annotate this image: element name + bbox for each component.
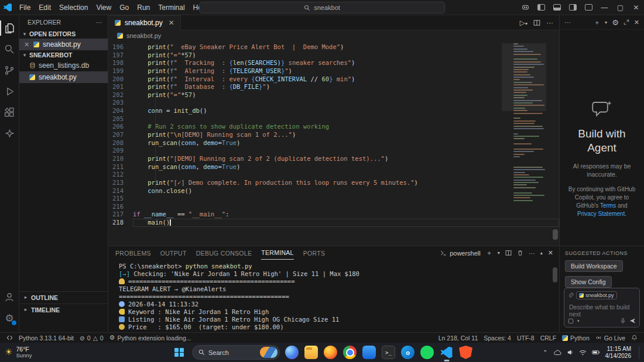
command-center-search[interactable]: sneakbot — [199, 2, 445, 13]
code-line[interactable]: 210 print("[DEMO] Running scan 2 of 2 (d… — [108, 155, 559, 163]
code-line[interactable]: 204 conn = init_db() — [108, 107, 559, 115]
taskbar-search[interactable]: Search — [192, 345, 280, 360]
account-icon[interactable] — [0, 287, 19, 308]
privacy-link[interactable]: Privacy Statement — [577, 211, 625, 217]
tray-chevron-up-icon[interactable]: ⌃ — [543, 349, 547, 356]
chat-mode-selector[interactable] — [568, 318, 574, 324]
split-editor-icon[interactable] — [533, 19, 540, 26]
code-line[interactable]: 209 — [108, 147, 559, 155]
customize-layout-icon[interactable] — [581, 0, 597, 15]
remote-indicator[interactable] — [4, 335, 16, 341]
copilot-titlebar-icon[interactable] — [518, 0, 533, 15]
code-line[interactable]: 203 — [108, 99, 559, 107]
menu-selection[interactable]: Selection — [55, 2, 92, 13]
weather-widget[interactable]: ☀ 76°FSunny — [5, 346, 32, 359]
terminal-scrollbar[interactable] — [553, 267, 557, 282]
volume-icon[interactable] — [567, 349, 574, 356]
eol-status[interactable]: CRLF — [537, 335, 559, 342]
go-live-button[interactable]: Go Live — [592, 335, 628, 342]
menu-edit[interactable]: Edit — [35, 2, 55, 13]
python-interpreter-status[interactable]: Python 3.13.1 64-bit — [16, 335, 77, 342]
code-line[interactable]: 200 print(f" Interval : every {CHECK_INT… — [108, 75, 559, 84]
onedrive-cloud-icon[interactable] — [553, 350, 561, 356]
chat-dropdown-icon[interactable]: ▾ — [605, 20, 607, 25]
menu-view[interactable]: View — [92, 2, 115, 13]
panel-tab-output[interactable]: OUTPUT — [160, 246, 187, 260]
notifications-bell-icon[interactable] — [628, 335, 640, 341]
code-line[interactable]: 211 run_scan(conn, demo=True) — [108, 163, 559, 171]
search-icon[interactable] — [0, 39, 19, 60]
code-line[interactable]: 216 — [108, 203, 559, 211]
tab-close-icon[interactable]: ✕ — [169, 19, 174, 27]
chrome-taskbar-icon[interactable] — [343, 346, 357, 359]
editor-scrollbar[interactable] — [553, 229, 558, 240]
new-chat-icon[interactable]: ＋ — [594, 18, 600, 27]
toggle-sidebar-icon[interactable] — [533, 0, 549, 15]
terms-link[interactable]: Terms — [600, 202, 616, 209]
close-button[interactable]: ✕ — [628, 0, 644, 15]
maximize-button[interactable]: ▢ — [612, 0, 628, 15]
panel-maximize-icon[interactable]: ▴ — [540, 250, 543, 256]
suggested-show-config-button[interactable]: Show Config — [565, 276, 612, 288]
encoding-status[interactable]: UTF-8 — [514, 335, 537, 342]
run-python-file-icon[interactable]: ▷▾ — [520, 19, 527, 27]
kill-terminal-icon[interactable] — [517, 250, 523, 256]
new-terminal-icon[interactable]: ＋ — [486, 249, 492, 257]
wifi-icon[interactable] — [579, 350, 587, 356]
file-item-seen_listings.db[interactable]: seen_listings.db — [19, 60, 108, 71]
show-desktop-button[interactable] — [639, 346, 640, 359]
code-line[interactable]: 201 print(f" Database : {DB_FILE}") — [108, 83, 559, 91]
chat-maximize-icon[interactable] — [624, 19, 629, 25]
chevron-down-icon[interactable]: ▾ — [577, 319, 580, 323]
shell-indicator[interactable]: powershell — [440, 250, 481, 257]
toggle-secondary-sidebar-icon[interactable] — [565, 0, 581, 15]
firefox-taskbar-icon[interactable] — [324, 346, 337, 359]
mic-icon[interactable] — [620, 318, 626, 324]
minimap-slider[interactable] — [502, 43, 546, 111]
split-terminal-icon[interactable] — [505, 250, 512, 256]
current-file-chip[interactable]: sneakbot.py — [576, 291, 617, 299]
tab-sneakbot[interactable]: sneakbot.py ✕ — [108, 15, 181, 30]
attach-context-icon[interactable] — [568, 292, 574, 298]
open-editors-header[interactable]: ▾OPEN EDITORS — [19, 29, 108, 39]
code-line[interactable]: 212 — [108, 171, 559, 179]
language-mode-status[interactable]: Python — [559, 335, 592, 342]
code-line[interactable]: 214 conn.close() — [108, 187, 559, 195]
code-line[interactable]: 206 # Run 2 scans to show duplicate dete… — [108, 123, 559, 131]
folder-header[interactable]: ▾SNEAKERBOT — [19, 50, 108, 60]
chat-more-icon[interactable]: ··· — [564, 19, 571, 26]
taskbar-clock[interactable]: 11:15 AM 4/14/2026 — [605, 346, 632, 360]
panel-tab-terminal[interactable]: TERMINAL — [261, 246, 294, 260]
minimap[interactable] — [513, 43, 551, 244]
panel-tab-problems[interactable]: PROBLEMS — [115, 246, 151, 260]
code-editor[interactable]: 196 print(" eBay Sneaker Price Alert Bot… — [108, 40, 559, 246]
vscode-taskbar-icon[interactable] — [440, 346, 453, 359]
spotify-taskbar-icon[interactable] — [420, 346, 434, 359]
panel-close-icon[interactable]: ✕ — [548, 249, 553, 257]
send-icon[interactable] — [629, 318, 636, 324]
code-line[interactable]: 213 print("[✓] Demo complete. In product… — [108, 179, 559, 187]
toggle-panel-icon[interactable] — [549, 0, 565, 15]
panel-tab-debug-console[interactable]: DEBUG CONSOLE — [196, 246, 252, 260]
file-item-sneakbot.py[interactable]: sneakbot.py — [19, 71, 108, 83]
terminal-dropdown-icon[interactable]: ▾ — [498, 250, 500, 256]
breadcrumb[interactable]: sneakbot.py — [108, 30, 559, 40]
terminal-output[interactable]: PS C:\sneakerbot> python sneakbot.py[→] … — [108, 260, 559, 331]
outline-header[interactable]: ▸OUTLINE — [19, 291, 108, 304]
minimize-button[interactable]: — — [597, 0, 612, 15]
start-button[interactable] — [172, 345, 187, 360]
code-line[interactable]: 205 — [108, 115, 559, 123]
suggested-build-workspace-button[interactable]: Build Workspace — [565, 260, 623, 272]
cursor-position-status[interactable]: Ln 218, Col 11 — [436, 335, 481, 342]
code-line[interactable]: 197 print("="*57) — [108, 51, 559, 60]
code-line[interactable]: 198 print(f" Tracking : {len(SEARCHES)} … — [108, 59, 559, 67]
menu-terminal[interactable]: Terminal — [154, 2, 189, 13]
open-editor-item[interactable]: ✕ sneakbot.py — [19, 39, 108, 50]
indentation-status[interactable]: Spaces: 4 — [481, 335, 514, 342]
close-editor-icon[interactable]: ✕ — [24, 41, 30, 49]
extensions-icon[interactable] — [0, 102, 19, 123]
code-line[interactable]: 218 main() — [108, 219, 559, 227]
copilot-chat-icon[interactable] — [0, 123, 19, 144]
run-debug-icon[interactable] — [0, 81, 19, 102]
copilot-taskbar-icon[interactable] — [285, 346, 299, 359]
